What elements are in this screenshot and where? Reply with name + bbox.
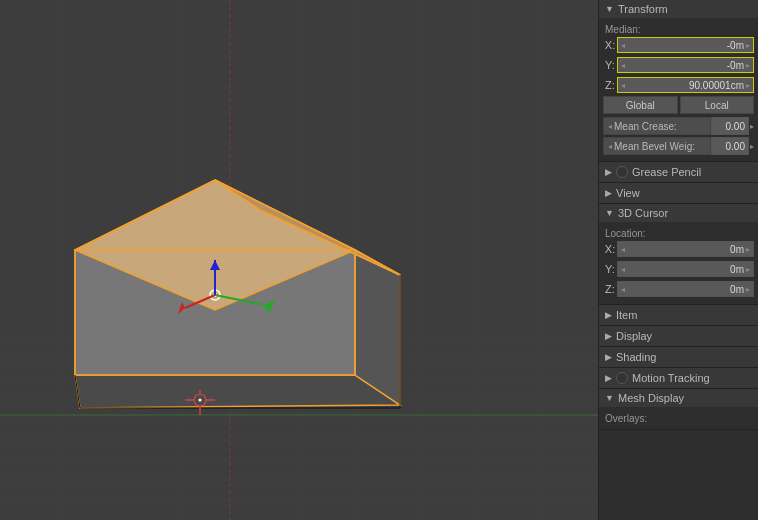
transform-z-value: 90.00001cm bbox=[625, 80, 746, 91]
transform-y-input[interactable]: ◂ -0m ▸ bbox=[617, 57, 754, 73]
mean-bevel-value[interactable]: 0.00 bbox=[711, 137, 749, 155]
shading-header[interactable]: ▶ Shading bbox=[599, 347, 758, 368]
view-label: View bbox=[616, 187, 640, 199]
cursor-section: ▼ 3D Cursor Location: X: ◂ 0m ▸ Y: ◂ bbox=[599, 204, 758, 305]
z-label: Z: bbox=[603, 79, 617, 91]
item-label: Item bbox=[616, 309, 637, 321]
cursor-x-arrow-r: ▸ bbox=[746, 245, 750, 254]
mean-bevel-arrow-l: ◂ bbox=[608, 142, 612, 151]
display-header[interactable]: ▶ Display bbox=[599, 326, 758, 347]
mean-bevel-text: Mean Bevel Weig: bbox=[614, 141, 695, 152]
global-local-row: Global Local bbox=[603, 96, 754, 114]
transform-content: Median: X: ◂ -0m ▸ Y: ◂ -0m ▸ bbox=[599, 18, 758, 161]
transform-header[interactable]: ▼ Transform bbox=[599, 0, 758, 18]
cursor-x-label: X: bbox=[603, 243, 617, 255]
mesh-display-section: ▼ Mesh Display Overlays: bbox=[599, 389, 758, 430]
cursor-y-arrow-r: ▸ bbox=[746, 265, 750, 274]
cursor-z-value: 0m bbox=[625, 284, 746, 295]
motion-tracking-arrow: ▶ bbox=[605, 373, 612, 383]
cursor-z-input[interactable]: ◂ 0m ▸ bbox=[617, 281, 754, 297]
x-arrow-right: ▸ bbox=[746, 41, 750, 50]
transform-section: ▼ Transform Median: X: ◂ -0m ▸ Y: ◂ bbox=[599, 0, 758, 162]
motion-tracking-header[interactable]: ▶ Motion Tracking bbox=[599, 368, 758, 389]
cursor-y-value: 0m bbox=[625, 264, 746, 275]
transform-z-row: Z: ◂ 90.00001cm ▸ bbox=[603, 76, 754, 94]
transform-z-input[interactable]: ◂ 90.00001cm ▸ bbox=[617, 77, 754, 93]
item-arrow: ▶ bbox=[605, 310, 612, 320]
y-label: Y: bbox=[603, 59, 617, 71]
shading-arrow: ▶ bbox=[605, 352, 612, 362]
mean-bevel-label[interactable]: ◂ Mean Bevel Weig: bbox=[603, 137, 711, 155]
mean-bevel-row: ◂ Mean Bevel Weig: 0.00 ▸ bbox=[603, 137, 754, 155]
grease-pencil-arrow: ▶ bbox=[605, 167, 612, 177]
cursor-x-value: 0m bbox=[625, 244, 746, 255]
svg-marker-21 bbox=[75, 375, 400, 408]
global-button[interactable]: Global bbox=[603, 96, 678, 114]
view-arrow: ▶ bbox=[605, 188, 612, 198]
cursor-label: 3D Cursor bbox=[618, 207, 668, 219]
view-header[interactable]: ▶ View bbox=[599, 183, 758, 204]
transform-x-value: -0m bbox=[625, 40, 746, 51]
cursor-z-label: Z: bbox=[603, 283, 617, 295]
mesh-display-header[interactable]: ▼ Mesh Display bbox=[599, 389, 758, 407]
location-label: Location: bbox=[603, 226, 754, 240]
cursor-z-arrow-r: ▸ bbox=[746, 285, 750, 294]
item-header[interactable]: ▶ Item bbox=[599, 305, 758, 326]
mean-bevel-arrow-r: ▸ bbox=[750, 142, 754, 151]
x-label: X: bbox=[603, 39, 617, 51]
overlays-label: Overlays: bbox=[603, 411, 754, 425]
cursor-y-label: Y: bbox=[603, 263, 617, 275]
svg-point-51 bbox=[199, 399, 202, 402]
motion-tracking-label: Motion Tracking bbox=[632, 372, 710, 384]
y-arrow-right: ▸ bbox=[746, 61, 750, 70]
shading-label: Shading bbox=[616, 351, 656, 363]
mean-crease-arrow-l: ◂ bbox=[608, 122, 612, 131]
mean-crease-row: ◂ Mean Crease: 0.00 ▸ bbox=[603, 117, 754, 135]
mesh-display-label: Mesh Display bbox=[618, 392, 684, 404]
display-label: Display bbox=[616, 330, 652, 342]
transform-y-row: Y: ◂ -0m ▸ bbox=[603, 56, 754, 74]
cursor-y-input[interactable]: ◂ 0m ▸ bbox=[617, 261, 754, 277]
display-arrow: ▶ bbox=[605, 331, 612, 341]
grease-pencil-label: Grease Pencil bbox=[632, 166, 701, 178]
z-arrow-right: ▸ bbox=[746, 81, 750, 90]
grease-pencil-icon bbox=[616, 166, 628, 178]
mean-crease-value[interactable]: 0.00 bbox=[711, 117, 749, 135]
right-panel: ▼ Transform Median: X: ◂ -0m ▸ Y: ◂ bbox=[598, 0, 758, 520]
cursor-x-row: X: ◂ 0m ▸ bbox=[603, 240, 754, 258]
transform-arrow: ▼ bbox=[605, 4, 615, 14]
transform-x-row: X: ◂ -0m ▸ bbox=[603, 36, 754, 54]
transform-label: Transform bbox=[618, 3, 668, 15]
transform-y-value: -0m bbox=[625, 60, 746, 71]
mean-crease-text: Mean Crease: bbox=[614, 121, 677, 132]
local-button[interactable]: Local bbox=[680, 96, 755, 114]
viewport-3d[interactable] bbox=[0, 0, 598, 520]
mean-crease-label[interactable]: ◂ Mean Crease: bbox=[603, 117, 711, 135]
mesh-display-content: Overlays: bbox=[599, 407, 758, 429]
cursor-arrow: ▼ bbox=[605, 208, 615, 218]
cursor-y-row: Y: ◂ 0m ▸ bbox=[603, 260, 754, 278]
cursor-x-input[interactable]: ◂ 0m ▸ bbox=[617, 241, 754, 257]
grease-pencil-header[interactable]: ▶ Grease Pencil bbox=[599, 162, 758, 183]
median-label: Median: bbox=[603, 22, 754, 36]
cursor-header[interactable]: ▼ 3D Cursor bbox=[599, 204, 758, 222]
mean-crease-arrow-r: ▸ bbox=[750, 122, 754, 131]
transform-x-input[interactable]: ◂ -0m ▸ bbox=[617, 37, 754, 53]
mesh-display-arrow: ▼ bbox=[605, 393, 615, 403]
cursor-z-row: Z: ◂ 0m ▸ bbox=[603, 280, 754, 298]
cursor-content: Location: X: ◂ 0m ▸ Y: ◂ 0m ▸ bbox=[599, 222, 758, 304]
motion-tracking-icon bbox=[616, 372, 628, 384]
